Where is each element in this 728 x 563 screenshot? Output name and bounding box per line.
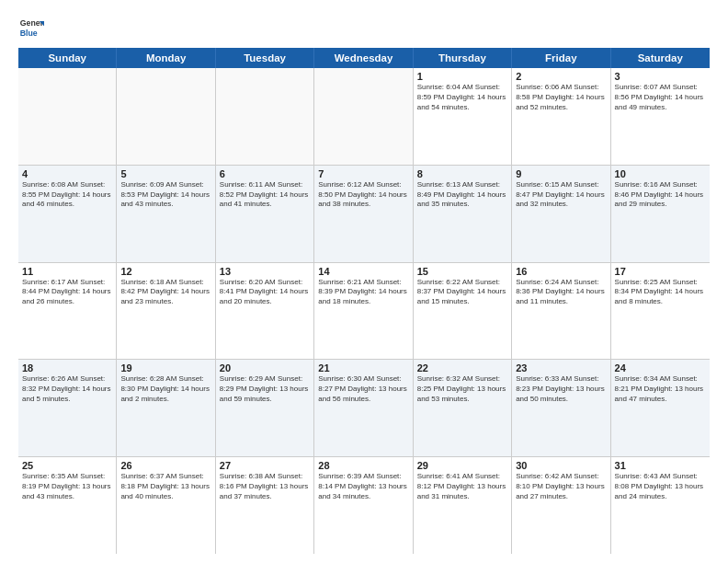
day-info: Sunrise: 6:34 AM Sunset: 8:21 PM Dayligh… xyxy=(615,374,706,404)
day-info: Sunrise: 6:24 AM Sunset: 8:36 PM Dayligh… xyxy=(516,278,606,307)
logo: General Blue xyxy=(18,15,44,40)
cal-week-4: 18Sunrise: 6:26 AM Sunset: 8:32 PM Dayli… xyxy=(18,360,710,457)
cal-cell xyxy=(314,68,413,165)
page: General Blue SundayMondayTuesdayWednesda… xyxy=(0,0,728,563)
cal-cell: 22Sunrise: 6:32 AM Sunset: 8:25 PM Dayli… xyxy=(414,360,512,456)
cal-cell: 2Sunrise: 6:06 AM Sunset: 8:58 PM Daylig… xyxy=(512,68,610,165)
cal-cell: 1Sunrise: 6:04 AM Sunset: 8:59 PM Daylig… xyxy=(414,68,512,165)
day-number: 31 xyxy=(615,460,706,471)
day-info: Sunrise: 6:29 AM Sunset: 8:29 PM Dayligh… xyxy=(220,374,310,404)
cal-cell: 20Sunrise: 6:29 AM Sunset: 8:29 PM Dayli… xyxy=(216,360,314,456)
day-number: 17 xyxy=(615,266,706,277)
day-number: 13 xyxy=(220,266,310,277)
day-info: Sunrise: 6:25 AM Sunset: 8:34 PM Dayligh… xyxy=(615,278,706,307)
day-number: 30 xyxy=(516,460,606,471)
day-number: 2 xyxy=(516,71,606,82)
day-number: 9 xyxy=(516,168,606,179)
cal-cell: 25Sunrise: 6:35 AM Sunset: 8:19 PM Dayli… xyxy=(18,457,117,554)
header-day-tuesday: Tuesday xyxy=(216,48,314,68)
svg-text:Blue: Blue xyxy=(20,29,38,38)
day-info: Sunrise: 6:12 AM Sunset: 8:50 PM Dayligh… xyxy=(318,180,408,210)
day-info: Sunrise: 6:30 AM Sunset: 8:27 PM Dayligh… xyxy=(318,374,408,404)
day-number: 25 xyxy=(22,460,112,471)
cal-cell: 11Sunrise: 6:17 AM Sunset: 8:44 PM Dayli… xyxy=(18,263,117,360)
cal-cell: 15Sunrise: 6:22 AM Sunset: 8:37 PM Dayli… xyxy=(414,263,512,360)
cal-cell: 6Sunrise: 6:11 AM Sunset: 8:52 PM Daylig… xyxy=(216,166,314,262)
day-info: Sunrise: 6:32 AM Sunset: 8:25 PM Dayligh… xyxy=(417,374,507,404)
day-number: 1 xyxy=(417,71,507,82)
header-day-wednesday: Wednesday xyxy=(314,48,413,68)
day-info: Sunrise: 6:39 AM Sunset: 8:14 PM Dayligh… xyxy=(318,472,408,501)
header-day-friday: Friday xyxy=(512,48,610,68)
day-number: 27 xyxy=(220,460,310,471)
cal-cell: 31Sunrise: 6:43 AM Sunset: 8:08 PM Dayli… xyxy=(611,457,710,554)
day-number: 16 xyxy=(516,266,606,277)
day-info: Sunrise: 6:28 AM Sunset: 8:30 PM Dayligh… xyxy=(120,374,210,404)
day-info: Sunrise: 6:08 AM Sunset: 8:55 PM Dayligh… xyxy=(22,180,112,210)
header-day-monday: Monday xyxy=(117,48,215,68)
day-info: Sunrise: 6:21 AM Sunset: 8:39 PM Dayligh… xyxy=(318,278,408,307)
day-info: Sunrise: 6:09 AM Sunset: 8:53 PM Dayligh… xyxy=(120,180,210,210)
cal-cell: 24Sunrise: 6:34 AM Sunset: 8:21 PM Dayli… xyxy=(611,360,710,456)
cal-cell: 17Sunrise: 6:25 AM Sunset: 8:34 PM Dayli… xyxy=(611,263,710,360)
cal-cell: 29Sunrise: 6:41 AM Sunset: 8:12 PM Dayli… xyxy=(414,457,512,554)
day-info: Sunrise: 6:13 AM Sunset: 8:49 PM Dayligh… xyxy=(417,180,507,210)
header-day-sunday: Sunday xyxy=(18,48,117,68)
cal-cell: 5Sunrise: 6:09 AM Sunset: 8:53 PM Daylig… xyxy=(117,166,215,262)
cal-cell: 30Sunrise: 6:42 AM Sunset: 8:10 PM Dayli… xyxy=(512,457,610,554)
day-number: 3 xyxy=(615,71,706,82)
day-info: Sunrise: 6:33 AM Sunset: 8:23 PM Dayligh… xyxy=(516,374,606,404)
day-number: 8 xyxy=(417,168,507,179)
day-number: 5 xyxy=(120,168,210,179)
cal-cell xyxy=(117,68,215,165)
cal-cell: 28Sunrise: 6:39 AM Sunset: 8:14 PM Dayli… xyxy=(314,457,413,554)
cal-cell: 7Sunrise: 6:12 AM Sunset: 8:50 PM Daylig… xyxy=(314,166,413,262)
cal-cell xyxy=(216,68,314,165)
cal-cell: 21Sunrise: 6:30 AM Sunset: 8:27 PM Dayli… xyxy=(314,360,413,456)
day-number: 19 xyxy=(120,362,210,373)
cal-cell: 3Sunrise: 6:07 AM Sunset: 8:56 PM Daylig… xyxy=(611,68,710,165)
cal-cell: 23Sunrise: 6:33 AM Sunset: 8:23 PM Dayli… xyxy=(512,360,610,456)
calendar-body: 1Sunrise: 6:04 AM Sunset: 8:59 PM Daylig… xyxy=(18,68,710,554)
cal-cell: 16Sunrise: 6:24 AM Sunset: 8:36 PM Dayli… xyxy=(512,263,610,360)
day-info: Sunrise: 6:37 AM Sunset: 8:18 PM Dayligh… xyxy=(120,472,210,501)
day-info: Sunrise: 6:43 AM Sunset: 8:08 PM Dayligh… xyxy=(615,472,706,501)
cal-week-1: 1Sunrise: 6:04 AM Sunset: 8:59 PM Daylig… xyxy=(18,68,710,166)
day-number: 12 xyxy=(120,266,210,277)
day-number: 28 xyxy=(318,460,408,471)
cal-cell: 19Sunrise: 6:28 AM Sunset: 8:30 PM Dayli… xyxy=(117,360,215,456)
svg-text:General: General xyxy=(20,18,44,28)
cal-cell: 14Sunrise: 6:21 AM Sunset: 8:39 PM Dayli… xyxy=(314,263,413,360)
cal-cell: 13Sunrise: 6:20 AM Sunset: 8:41 PM Dayli… xyxy=(216,263,314,360)
cal-week-5: 25Sunrise: 6:35 AM Sunset: 8:19 PM Dayli… xyxy=(18,457,710,554)
day-number: 23 xyxy=(516,362,606,373)
day-number: 18 xyxy=(22,362,112,373)
calendar: SundayMondayTuesdayWednesdayThursdayFrid… xyxy=(18,48,710,554)
day-number: 26 xyxy=(120,460,210,471)
day-info: Sunrise: 6:18 AM Sunset: 8:42 PM Dayligh… xyxy=(120,278,210,307)
day-number: 29 xyxy=(417,460,507,471)
day-number: 11 xyxy=(22,266,112,277)
day-number: 7 xyxy=(318,168,408,179)
day-number: 15 xyxy=(417,266,507,277)
cal-cell: 10Sunrise: 6:16 AM Sunset: 8:46 PM Dayli… xyxy=(611,166,710,262)
day-info: Sunrise: 6:07 AM Sunset: 8:56 PM Dayligh… xyxy=(615,83,706,112)
day-info: Sunrise: 6:06 AM Sunset: 8:58 PM Dayligh… xyxy=(516,83,606,112)
day-info: Sunrise: 6:17 AM Sunset: 8:44 PM Dayligh… xyxy=(22,278,112,307)
logo-icon: General Blue xyxy=(18,15,44,40)
day-info: Sunrise: 6:20 AM Sunset: 8:41 PM Dayligh… xyxy=(220,278,310,307)
day-info: Sunrise: 6:42 AM Sunset: 8:10 PM Dayligh… xyxy=(516,472,606,501)
day-number: 22 xyxy=(417,362,507,373)
cal-week-3: 11Sunrise: 6:17 AM Sunset: 8:44 PM Dayli… xyxy=(18,263,710,361)
cal-cell xyxy=(18,68,117,165)
day-info: Sunrise: 6:38 AM Sunset: 8:16 PM Dayligh… xyxy=(220,472,310,501)
day-number: 21 xyxy=(318,362,408,373)
day-info: Sunrise: 6:22 AM Sunset: 8:37 PM Dayligh… xyxy=(417,278,507,307)
cal-week-2: 4Sunrise: 6:08 AM Sunset: 8:55 PM Daylig… xyxy=(18,166,710,263)
header-day-thursday: Thursday xyxy=(414,48,512,68)
day-info: Sunrise: 6:11 AM Sunset: 8:52 PM Dayligh… xyxy=(220,180,310,210)
cal-cell: 8Sunrise: 6:13 AM Sunset: 8:49 PM Daylig… xyxy=(414,166,512,262)
cal-cell: 9Sunrise: 6:15 AM Sunset: 8:47 PM Daylig… xyxy=(512,166,610,262)
cal-cell: 4Sunrise: 6:08 AM Sunset: 8:55 PM Daylig… xyxy=(18,166,117,262)
cal-cell: 26Sunrise: 6:37 AM Sunset: 8:18 PM Dayli… xyxy=(117,457,215,554)
